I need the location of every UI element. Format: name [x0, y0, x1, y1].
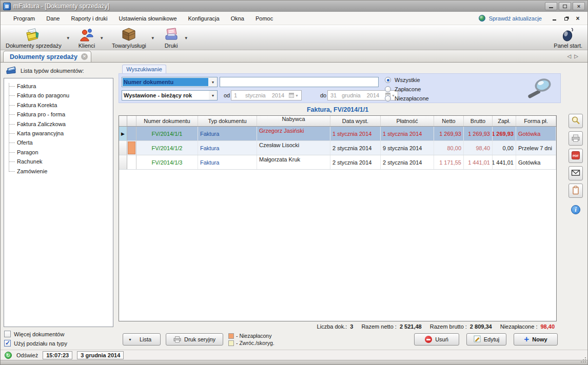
cell-netto[interactable]: 1 171,55	[434, 155, 464, 169]
cell-form[interactable]: Gotówka	[516, 127, 556, 140]
radio-zaplacone[interactable]: Zapłacone	[385, 85, 429, 94]
toolbar-item-dokumenty-sprzedazy[interactable]: Dokumenty sprzedaży	[6, 27, 62, 50]
cell-date[interactable]: 1 stycznia 2014	[330, 127, 381, 140]
minimize-button[interactable]	[545, 2, 557, 10]
usun-button[interactable]: Usuń	[414, 333, 459, 346]
cell-payment[interactable]: 1 stycznia 2014	[381, 127, 434, 140]
document-type-item[interactable]: Faktura	[4, 82, 113, 91]
document-type-item[interactable]: Faktura Zaliczkowa	[4, 119, 113, 129]
check-updates-link[interactable]: Sprawdź aktualizacje	[489, 15, 542, 22]
menu-item-pomoc[interactable]: Pomoc	[250, 14, 279, 23]
print-button[interactable]	[569, 131, 583, 146]
cell-paid[interactable]: 1 269,93	[493, 127, 516, 140]
document-type-item[interactable]: Rachunek	[4, 157, 113, 166]
preview-button[interactable]	[569, 114, 583, 128]
search-input[interactable]	[220, 77, 379, 87]
menu-item-dane[interactable]: Dane	[41, 14, 65, 23]
column-header[interactable]: Płatność	[381, 116, 434, 126]
menu-item-raporty[interactable]: Raporty i druki	[65, 14, 113, 23]
copy-button[interactable]	[569, 184, 583, 198]
toolbar-item-druki[interactable]: Druki	[163, 27, 180, 50]
mdi-minimize-button[interactable]	[551, 15, 558, 22]
table-row[interactable]: FV/2014/1/2FakturaCzesław Lisocki2 stycz…	[119, 141, 556, 155]
toolbar-item-klienci[interactable]: Klienci	[79, 27, 95, 50]
document-type-item[interactable]: Paragon	[4, 148, 113, 157]
checkbox-wiecej-dokumentow[interactable]: Więcej dokumentów	[4, 331, 114, 337]
cell-payment[interactable]: 2 stycznia 2014	[381, 155, 434, 169]
cell-buyer[interactable]: Małgorzata Kruk	[257, 155, 330, 169]
tab-dokumenty-sprzedazy[interactable]: Dokumenty sprzedaży ✕	[3, 51, 91, 62]
cell-number[interactable]: FV/2014/1/2	[136, 141, 198, 155]
cell-number[interactable]: FV/2014/1/1	[136, 127, 198, 140]
menu-item-program[interactable]: Program	[8, 14, 41, 23]
panel-start-button[interactable]: Panel start.	[554, 27, 582, 50]
column-header[interactable]: Typ dokumentu	[198, 116, 257, 126]
column-header[interactable]: Zapł.	[493, 116, 516, 126]
row-selector-cell[interactable]: ▶	[119, 127, 127, 140]
lista-button[interactable]: ▼ Lista	[123, 333, 161, 346]
cell-brutto[interactable]: 1 441,01	[464, 155, 493, 169]
row-selector-cell[interactable]	[119, 141, 127, 155]
chevron-down-icon[interactable]: ▼	[209, 91, 217, 100]
cell-type[interactable]: Faktura	[198, 141, 257, 155]
cell-netto[interactable]: 80,00	[434, 141, 464, 155]
document-type-item[interactable]: Faktura Korekta	[4, 100, 113, 110]
cell-paid[interactable]: 0,00	[493, 141, 516, 155]
column-header[interactable]: Numer dokumentu	[136, 116, 198, 126]
toolbar-item-towary-uslugi[interactable]: Towary/usługi	[112, 27, 146, 50]
column-header[interactable]: Nabywca	[257, 116, 330, 126]
tab-wyszukiwanie[interactable]: Wyszukiwanie	[122, 65, 166, 73]
chevron-down-icon[interactable]: ▼	[209, 77, 217, 87]
document-type-item[interactable]: Karta gwarancyjna	[4, 129, 113, 138]
menu-item-konfiguracja[interactable]: Konfiguracja	[183, 14, 225, 23]
tab-scroll-arrows[interactable]: ◁▷	[567, 53, 581, 59]
table-row[interactable]: FV/2014/1/3FakturaMałgorzata Kruk2 stycz…	[119, 155, 556, 170]
chevron-down-icon[interactable]: ▼	[66, 36, 70, 40]
cell-brutto[interactable]: 98,40	[464, 141, 493, 155]
pdf-button[interactable]: PDF	[569, 149, 583, 163]
mdi-restore-button[interactable]	[562, 15, 570, 22]
cell-type[interactable]: Faktura	[198, 127, 257, 140]
maximize-button[interactable]	[559, 2, 571, 10]
cell-number[interactable]: FV/2014/1/3	[136, 155, 198, 169]
mdi-close-button[interactable]: ×	[574, 15, 581, 22]
cell-form[interactable]: Przelew 7 dni	[516, 141, 556, 155]
druk-seryjny-button[interactable]: Druk seryjny	[166, 333, 223, 346]
document-type-item[interactable]: Zamówienie	[4, 167, 113, 176]
document-type-item[interactable]: Faktura pro - forma	[4, 110, 113, 119]
cell-date[interactable]: 2 stycznia 2014	[330, 155, 381, 169]
radio-niezaplacone[interactable]: Niezapłacone	[385, 94, 429, 103]
column-header[interactable]: Netto	[434, 116, 464, 126]
cell-netto[interactable]: 1 269,93	[434, 127, 464, 140]
chevron-down-icon[interactable]: ▼	[151, 36, 155, 40]
info-icon[interactable]: i	[571, 205, 580, 214]
cell-paid[interactable]: 1 441,01	[493, 155, 516, 169]
radio-wszystkie[interactable]: Wszystkie	[385, 75, 429, 85]
cell-date[interactable]: 2 stycznia 2014	[330, 141, 381, 155]
date-from-picker[interactable]: 1 stycznia 2014 ▼	[231, 90, 302, 100]
chevron-down-icon[interactable]: ▼	[100, 36, 104, 40]
cell-form[interactable]: Gotówka	[516, 155, 556, 169]
row-selector-cell[interactable]	[119, 155, 127, 169]
refresh-icon[interactable]: ↻	[5, 352, 12, 359]
menu-item-ustawienia[interactable]: Ustawienia słownikowe	[113, 14, 182, 23]
column-header[interactable]: Data wyst.	[330, 116, 381, 126]
cell-buyer[interactable]: Grzegorz Jasiński	[257, 127, 330, 140]
chevron-down-icon[interactable]: ▼	[184, 36, 188, 40]
search-field-combobox[interactable]: Numer dokumentu ▼	[122, 77, 218, 87]
refresh-label[interactable]: Odśwież	[16, 352, 38, 358]
document-type-item[interactable]: Faktura do paragonu	[4, 91, 113, 100]
period-combobox[interactable]: Wystawione - bieżący rok ▼	[122, 90, 218, 100]
close-button[interactable]: ×	[573, 2, 585, 10]
cell-buyer[interactable]: Czesław Lisocki	[257, 141, 330, 155]
column-header[interactable]: Brutto	[464, 116, 493, 126]
tab-close-icon[interactable]: ✕	[81, 53, 88, 60]
cell-type[interactable]: Faktura	[198, 155, 257, 169]
document-type-item[interactable]: Oferta	[4, 138, 113, 147]
cell-brutto[interactable]: 1 269,93	[464, 127, 493, 140]
menu-item-okna[interactable]: Okna	[225, 14, 250, 23]
resize-grip[interactable]	[585, 357, 586, 358]
column-header[interactable]: Forma pł.	[516, 116, 556, 126]
nowy-button[interactable]: + Nowy	[514, 333, 558, 346]
cell-payment[interactable]: 9 stycznia 2014	[381, 141, 434, 155]
